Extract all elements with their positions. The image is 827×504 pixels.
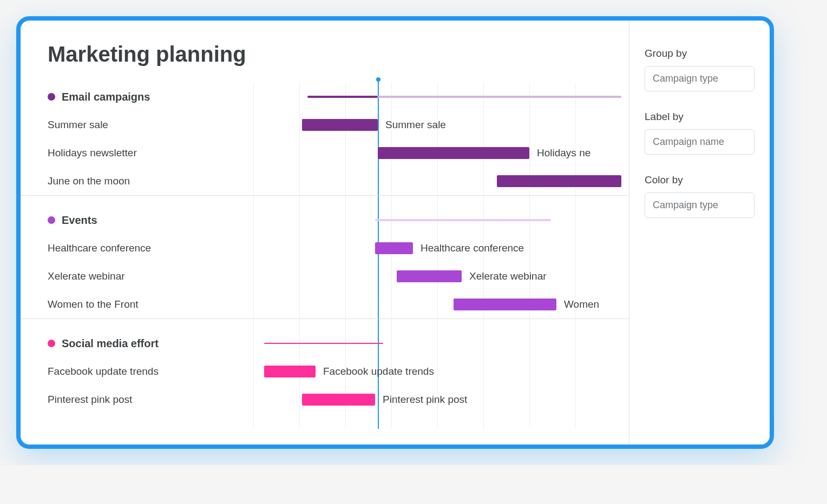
- task-bar-label: Summer sale: [385, 119, 446, 131]
- group-color-dot: [48, 340, 55, 347]
- task-bar[interactable]: [454, 299, 556, 310]
- task-bar-row: Facebook update trends: [253, 357, 629, 386]
- task-bar[interactable]: [264, 366, 316, 377]
- task-bar-row: Xelerate webinar: [253, 262, 629, 290]
- task-bar[interactable]: [397, 270, 462, 282]
- task-bar-row: Healthcare conference: [253, 234, 629, 262]
- label-by-label: Label by: [645, 111, 754, 123]
- task-label[interactable]: Pinterest pink post: [48, 386, 253, 414]
- task-label[interactable]: Facebook update trends: [48, 357, 253, 386]
- task-bar-row: Pinterest pink post: [253, 386, 629, 414]
- task-bar[interactable]: [375, 242, 413, 254]
- group-color-dot: [48, 93, 55, 101]
- app-window: Marketing planning Email campaignsSummer…: [16, 16, 774, 449]
- task-bar-label: Women: [564, 299, 599, 310]
- task-bar-row: Women: [253, 290, 629, 319]
- settings-panel: Group by Campaign type Label by Campaign…: [629, 21, 770, 445]
- task-label[interactable]: Summer sale: [48, 111, 253, 139]
- gantt-bars: Summer saleHolidays neHealthcare confere…: [253, 83, 629, 414]
- task-bar[interactable]: [378, 147, 529, 159]
- group-by-label: Group by: [645, 48, 754, 59]
- group-span-accent: [307, 96, 378, 98]
- group-span-row: [253, 329, 629, 357]
- color-by-label: Color by: [645, 174, 754, 186]
- task-bar-label: Xelerate webinar: [469, 270, 547, 282]
- color-by-select[interactable]: Campaign type: [645, 193, 754, 218]
- group-span-row: [253, 206, 629, 234]
- task-bar-row: Summer sale: [253, 111, 629, 139]
- gantt-chart: Email campaignsSummer saleHolidays newsl…: [48, 83, 629, 429]
- task-bar-label: Pinterest pink post: [383, 394, 467, 406]
- page-title: Marketing planning: [48, 42, 629, 67]
- task-bar-row: Holidays ne: [253, 139, 629, 167]
- task-label[interactable]: June on the moon: [48, 167, 253, 195]
- task-label[interactable]: Healthcare conference: [48, 234, 253, 262]
- group-header[interactable]: Email campaigns: [48, 83, 253, 111]
- group-color-dot: [48, 216, 55, 224]
- task-bar-label: Facebook update trends: [323, 366, 434, 377]
- task-bar-label: Healthcare conference: [421, 242, 524, 254]
- task-bar-label: Holidays ne: [537, 147, 590, 159]
- task-bar[interactable]: [302, 394, 375, 406]
- group-name: Email campaigns: [62, 91, 150, 103]
- group-header[interactable]: Events: [48, 206, 253, 234]
- task-label[interactable]: Xelerate webinar: [48, 262, 253, 290]
- group-name: Social media effort: [62, 337, 159, 350]
- task-label[interactable]: Women to the Front: [48, 290, 253, 319]
- task-labels: Email campaignsSummer saleHolidays newsl…: [48, 83, 253, 414]
- task-bar[interactable]: [497, 175, 621, 187]
- group-span-row: [253, 83, 629, 111]
- main-area: Marketing planning Email campaignsSummer…: [21, 21, 629, 445]
- task-bar[interactable]: [302, 119, 378, 131]
- group-header[interactable]: Social media effort: [48, 329, 253, 357]
- group-span-line: [375, 219, 551, 221]
- task-bar-row: [253, 167, 629, 195]
- label-by-select[interactable]: Campaign name: [645, 129, 754, 155]
- group-name: Events: [62, 214, 97, 227]
- task-label[interactable]: Holidays newsletter: [48, 139, 253, 167]
- group-by-select[interactable]: Campaign type: [645, 66, 754, 91]
- group-span-line: [264, 343, 383, 344]
